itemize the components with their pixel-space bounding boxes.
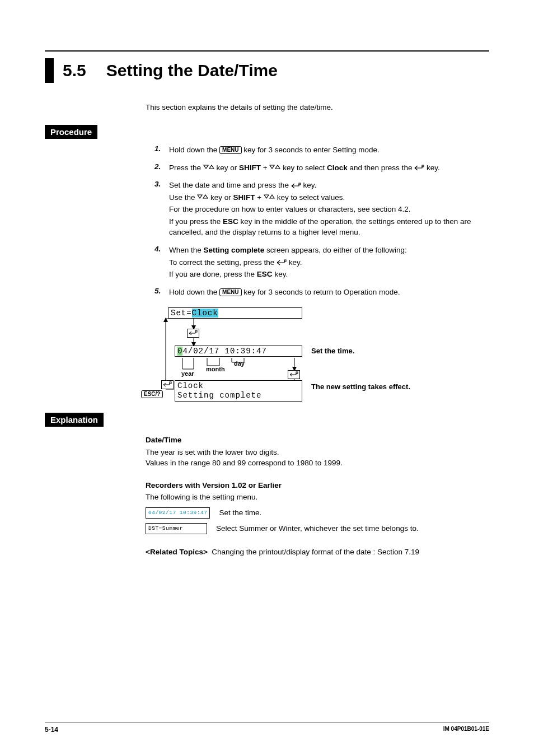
text: key or — [210, 193, 233, 202]
text: key. — [427, 164, 440, 172]
step-number: 2. — [154, 162, 169, 175]
title-bar — [45, 58, 54, 83]
text: key for 3 seconds to enter Setting mode. — [243, 146, 379, 154]
clock-word: Clock — [327, 164, 348, 172]
enter-key-icon — [291, 183, 301, 189]
text: key. — [303, 181, 316, 189]
esc-key: ESC — [257, 270, 273, 278]
lcd-text: 4/02/17 10:39:47 — [182, 347, 266, 356]
explanation-label: Explanation — [45, 413, 104, 427]
step-number: 1. — [154, 144, 169, 157]
text: To correct the setting, press the — [169, 258, 277, 267]
svg-rect-0 — [422, 165, 424, 167]
day-label: day — [234, 360, 245, 367]
month-label: month — [206, 366, 225, 372]
procedure-label: Procedure — [45, 125, 97, 139]
lcd-text: Clock — [177, 381, 204, 390]
shift-key: SHIFT — [239, 164, 261, 172]
down-up-icon — [269, 165, 280, 171]
enter-key-icon — [277, 259, 287, 266]
mini-lcd-dst: DST=Summer — [146, 523, 207, 534]
text: and then press the — [350, 164, 415, 172]
text: key to select — [283, 164, 327, 172]
step-body: Hold down the MENU key for 3 seconds to … — [169, 144, 489, 157]
text: + — [257, 193, 264, 202]
text: Press the — [169, 164, 203, 172]
enter-key-icon — [161, 380, 174, 389]
enter-key-icon — [414, 165, 424, 171]
page-number: 5-14 — [45, 726, 58, 734]
mini-lcd-label: Select Summer or Winter, whichever the s… — [216, 523, 419, 534]
down-up-icon — [197, 194, 208, 201]
procedure-step: 3. Set the date and time and press the k… — [154, 180, 489, 239]
lcd-flow-diagram: Set=Clock 04/02/17 10:39:47 year month d… — [154, 307, 468, 403]
mini-row: 04/02/17 10:39:47 Set the time. — [146, 507, 489, 519]
text: Use the — [169, 193, 197, 202]
procedure-list: 1. Hold down the MENU key for 3 seconds … — [154, 144, 489, 298]
step-body: Set the date and time and press the key.… — [169, 180, 489, 239]
related-text: Changing the printout/display format of … — [212, 548, 419, 556]
mini-row: DST=Summer Select Summer or Winter, whic… — [146, 523, 489, 534]
menu-key-icon: MENU — [219, 288, 241, 296]
menu-key-icon: MENU — [219, 146, 241, 154]
lcd-highlight: 0 — [177, 347, 182, 356]
text: The year is set with the lower two digit… — [146, 447, 489, 458]
procedure-step: 4. When the Setting complete screen appe… — [154, 245, 489, 281]
lcd-text: Setting complete — [177, 391, 261, 400]
title-row: 5.5 Setting the Date/Time — [45, 58, 489, 83]
mini-lcd-time: 04/02/17 10:39:47 — [146, 507, 210, 519]
text: When the — [169, 246, 204, 254]
text: Hold down the — [169, 146, 219, 154]
step-number: 5. — [154, 287, 169, 299]
text: screen appears, do either of the followi… — [266, 246, 407, 254]
text: Set the date and time and press the — [169, 181, 291, 189]
enter-key-icon — [288, 370, 300, 379]
text: The following is the setting menu. — [146, 492, 489, 503]
text: key. — [289, 258, 302, 267]
text: key or — [217, 164, 240, 172]
related-heading: <Related Topics> — [146, 548, 208, 556]
mini-lcd-label: Set the time. — [219, 507, 261, 519]
procedure-step: 5. Hold down the MENU key for 3 seconds … — [154, 287, 489, 299]
lcd-row-3: ClockSetting complete — [175, 380, 302, 402]
enter-key-icon — [187, 329, 199, 338]
text: key. — [274, 270, 288, 278]
page-footer: 5-14 IM 04P01B01-01E — [45, 722, 489, 734]
step-number: 4. — [154, 245, 169, 281]
text: + — [263, 164, 270, 172]
text: key for 3 seconds to return to Operation… — [243, 288, 400, 296]
lcd-row-2: 04/02/17 10:39:47 — [175, 346, 302, 357]
step-body: When the Setting complete screen appears… — [169, 245, 489, 281]
svg-rect-1 — [299, 183, 301, 185]
top-rule — [45, 50, 489, 52]
lcd-row-1: Set=Clock — [168, 307, 302, 319]
recorders-heading: Recorders with Version 1.02 or Earlier — [146, 480, 489, 491]
section-number: 5.5 — [63, 58, 86, 83]
esc-key: ESC — [223, 217, 238, 226]
doc-id: IM 04P01B01-01E — [443, 726, 489, 734]
setting-complete-word: Setting complete — [204, 246, 265, 254]
down-up-icon — [203, 165, 214, 171]
lcd-text: Set= — [171, 309, 192, 318]
text: If you are done, press the — [169, 270, 257, 278]
section-title: Setting the Date/Time — [106, 58, 278, 83]
shift-key: SHIFT — [233, 193, 255, 202]
down-up-icon — [264, 194, 275, 201]
year-label: year — [181, 370, 194, 377]
text: key to select values. — [277, 193, 345, 202]
explanation-block: Date/Time The year is set with the lower… — [146, 435, 489, 557]
intro-text: This section explains the details of set… — [146, 103, 489, 111]
step-number: 3. — [154, 180, 169, 239]
procedure-step: 1. Hold down the MENU key for 3 seconds … — [154, 144, 489, 157]
page: 5.5 Setting the Date/Time This section e… — [0, 0, 534, 756]
text: Values in the range 80 and 99 correspond… — [146, 458, 489, 469]
text: For the procedure on how to enter values… — [169, 204, 489, 215]
text: If you press the — [169, 217, 223, 226]
set-time-note: Set the time. — [311, 347, 354, 355]
effect-note: The new setting takes effect. — [311, 382, 410, 391]
step-body: Press the key or SHIFT + key to select C… — [169, 162, 489, 175]
date-time-heading: Date/Time — [146, 435, 489, 446]
text: Hold down the — [169, 288, 219, 296]
step-body: Hold down the MENU key for 3 seconds to … — [169, 287, 489, 299]
lcd-highlight: Clock — [192, 309, 218, 318]
